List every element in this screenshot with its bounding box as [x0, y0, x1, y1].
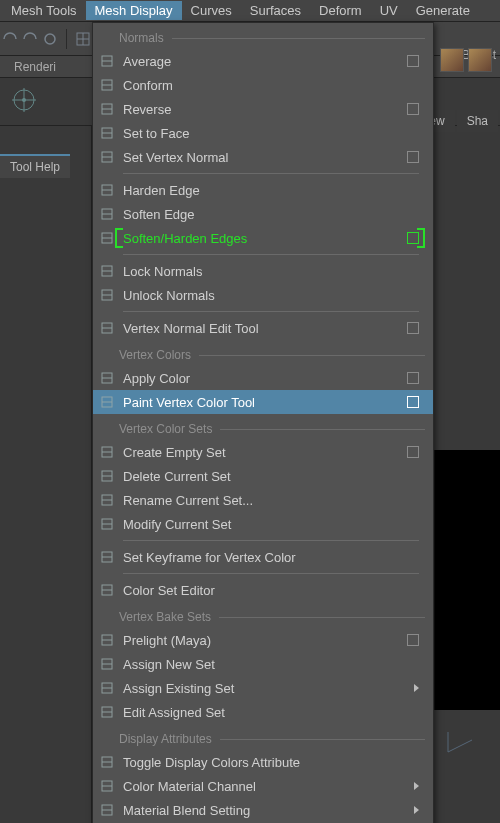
menu-item-label: Create Empty Set	[123, 445, 407, 460]
svn-icon	[97, 147, 117, 167]
menu-item-label: Apply Color	[123, 371, 407, 386]
shelf-nav-icon[interactable]	[0, 78, 48, 122]
menu-surfaces[interactable]: Surfaces	[241, 1, 310, 20]
menu-item-rename-current-set[interactable]: Rename Current Set...	[93, 488, 433, 512]
grid-icon[interactable]	[75, 31, 91, 47]
menu-item-unlock-normals[interactable]: Unlock Normals	[93, 283, 433, 307]
menu-item-label: Vertex Normal Edit Tool	[123, 321, 407, 336]
avg-icon	[97, 51, 117, 71]
she-icon	[97, 228, 117, 248]
option-box-icon[interactable]	[407, 103, 419, 115]
menu-item-vertex-normal-edit-tool[interactable]: Vertex Normal Edit Tool	[93, 316, 433, 340]
menu-divider	[123, 311, 419, 312]
option-box-icon[interactable]	[407, 634, 419, 646]
option-box-icon[interactable]	[407, 232, 419, 244]
menu-item-average[interactable]: Average	[93, 49, 433, 73]
menu-item-create-empty-set[interactable]: Create Empty Set	[93, 440, 433, 464]
menu-item-label: Lock Normals	[123, 264, 407, 279]
shelf-icon[interactable]	[468, 48, 492, 72]
menu-generate[interactable]: Generate	[407, 1, 479, 20]
se-icon	[97, 204, 117, 224]
circle-icon[interactable]	[42, 31, 58, 47]
menu-mesh-display[interactable]: Mesh Display	[86, 1, 182, 20]
menu-deform[interactable]: Deform	[310, 1, 371, 20]
ces-icon	[97, 442, 117, 462]
menu-divider	[123, 573, 419, 574]
shelf-right-icons	[436, 44, 500, 108]
menu-item-label: Color Set Editor	[123, 583, 407, 598]
menu-item-color-material-channel[interactable]: Color Material Channel	[93, 774, 433, 798]
menu-item-assign-new-set[interactable]: Assign New Set	[93, 652, 433, 676]
aes-icon	[97, 678, 117, 698]
menu-item-label: Average	[123, 54, 407, 69]
menu-item-label: Assign New Set	[123, 657, 407, 672]
menu-bar: Mesh ToolsMesh DisplayCurvesSurfacesDefo…	[0, 0, 500, 22]
menu-item-paint-vertex-color-tool[interactable]: Paint Vertex Color Tool	[93, 390, 433, 414]
menu-item-label: Prelight (Maya)	[123, 633, 407, 648]
menu-curves[interactable]: Curves	[182, 1, 241, 20]
cse-icon	[97, 580, 117, 600]
menu-item-label: Reverse	[123, 102, 407, 117]
option-box-icon[interactable]	[407, 372, 419, 384]
menu-item-apply-color[interactable]: Apply Color	[93, 366, 433, 390]
menu-item-label: Toggle Display Colors Attribute	[123, 755, 407, 770]
un-icon	[97, 285, 117, 305]
menu-item-soften-edge[interactable]: Soften Edge	[93, 202, 433, 226]
menu-section-label: Display Attributes	[93, 724, 433, 750]
menu-item-color-set-editor[interactable]: Color Set Editor	[93, 578, 433, 602]
menu-item-label: Material Blend Setting	[123, 803, 414, 818]
menu-item-modify-current-set[interactable]: Modify Current Set	[93, 512, 433, 536]
shelf-icon[interactable]	[440, 48, 464, 72]
viewport-tab[interactable]: Sha	[457, 110, 498, 132]
menu-item-label: Conform	[123, 78, 407, 93]
menu-divider	[123, 173, 419, 174]
menu-item-reverse[interactable]: Reverse	[93, 97, 433, 121]
option-box-icon[interactable]	[407, 151, 419, 163]
menu-mesh-tools[interactable]: Mesh Tools	[2, 1, 86, 20]
mcs-icon	[97, 514, 117, 534]
stf-icon	[97, 123, 117, 143]
menu-item-label: Assign Existing Set	[123, 681, 414, 696]
menu-item-conform[interactable]: Conform	[93, 73, 433, 97]
menu-item-material-blend-setting[interactable]: Material Blend Setting	[93, 798, 433, 822]
menu-section-label: Vertex Bake Sets	[93, 602, 433, 628]
menu-item-label: Set to Face	[123, 126, 407, 141]
menu-item-assign-existing-set[interactable]: Assign Existing Set	[93, 676, 433, 700]
menu-item-harden-edge[interactable]: Harden Edge	[93, 178, 433, 202]
option-box-icon[interactable]	[407, 322, 419, 334]
ans-icon	[97, 654, 117, 674]
option-box-icon[interactable]	[407, 446, 419, 458]
rev-icon	[97, 99, 117, 119]
menu-item-delete-current-set[interactable]: Delete Current Set	[93, 464, 433, 488]
menu-divider	[123, 254, 419, 255]
menu-item-edit-assigned-set[interactable]: Edit Assigned Set	[93, 700, 433, 724]
menu-item-soften-harden-edges[interactable]: Soften/Harden Edges	[93, 226, 433, 250]
redo-arc-icon[interactable]	[22, 31, 38, 47]
menu-item-toggle-display-colors-attribute[interactable]: Toggle Display Colors Attribute	[93, 750, 433, 774]
option-box-icon[interactable]	[407, 396, 419, 408]
mesh-display-menu: NormalsAverageConformReverseSet to FaceS…	[92, 22, 434, 823]
viewport-axis-icon	[440, 720, 480, 760]
submenu-arrow-icon	[414, 684, 419, 692]
ln-icon	[97, 261, 117, 281]
undo-arc-icon[interactable]	[2, 31, 18, 47]
menu-item-set-vertex-normal[interactable]: Set Vertex Normal	[93, 145, 433, 169]
menu-item-lock-normals[interactable]: Lock Normals	[93, 259, 433, 283]
option-box-icon[interactable]	[407, 55, 419, 67]
menu-item-set-to-face[interactable]: Set to Face	[93, 121, 433, 145]
menu-item-label: Unlock Normals	[123, 288, 407, 303]
viewport[interactable]	[434, 450, 500, 710]
menu-item-set-keyframe-for-vertex-color[interactable]: Set Keyframe for Vertex Color	[93, 545, 433, 569]
tool-help-tab[interactable]: Tool Help	[0, 154, 70, 178]
svg-point-0	[45, 34, 55, 44]
menu-item-label: Modify Current Set	[123, 517, 407, 532]
menu-uv[interactable]: UV	[371, 1, 407, 20]
ac-icon	[97, 368, 117, 388]
menu-item-label: Rename Current Set...	[123, 493, 407, 508]
menu-item-label: Delete Current Set	[123, 469, 407, 484]
svg-line-8	[448, 740, 472, 752]
mbs-icon	[97, 800, 117, 820]
shelf-tab[interactable]: Renderi	[2, 60, 68, 74]
menu-item-prelight-maya[interactable]: Prelight (Maya)	[93, 628, 433, 652]
submenu-arrow-icon	[414, 782, 419, 790]
